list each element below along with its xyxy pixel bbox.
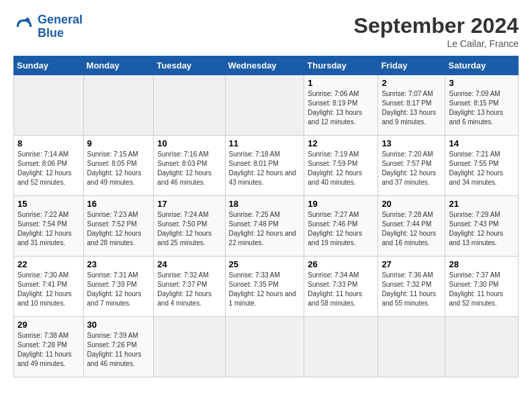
table-row: 11 Sunrise: 7:18 AM Sunset: 8:01 PM Dayl… xyxy=(225,136,304,196)
table-row: 17 Sunrise: 7:24 AM Sunset: 7:50 PM Dayl… xyxy=(154,196,225,257)
table-row xyxy=(225,317,304,377)
table-row: 23 Sunrise: 7:31 AM Sunset: 7:39 PM Dayl… xyxy=(83,257,154,317)
table-row: 21 Sunrise: 7:29 AM Sunset: 7:43 PM Dayl… xyxy=(445,196,519,257)
table-row xyxy=(225,75,304,136)
table-row: 20 Sunrise: 7:28 AM Sunset: 7:44 PM Dayl… xyxy=(378,196,445,257)
table-row xyxy=(154,75,225,136)
col-friday: Friday xyxy=(378,56,445,75)
col-sunday: Sunday xyxy=(14,56,84,75)
col-thursday: Thursday xyxy=(304,56,378,75)
table-row: 3 Sunrise: 7:09 AM Sunset: 8:15 PM Dayli… xyxy=(445,75,519,136)
table-row: 26 Sunrise: 7:34 AM Sunset: 7:33 PM Dayl… xyxy=(304,257,378,317)
table-row: 22 Sunrise: 7:30 AM Sunset: 7:41 PM Dayl… xyxy=(14,257,84,317)
table-row: 25 Sunrise: 7:33 AM Sunset: 7:35 PM Dayl… xyxy=(225,257,304,317)
table-row: 14 Sunrise: 7:21 AM Sunset: 7:55 PM Dayl… xyxy=(445,136,519,196)
table-row: 8 Sunrise: 7:14 AM Sunset: 8:06 PM Dayli… xyxy=(14,136,84,196)
calendar-week-row: 8 Sunrise: 7:14 AM Sunset: 8:06 PM Dayli… xyxy=(14,136,519,196)
calendar-week-row: 22 Sunrise: 7:30 AM Sunset: 7:41 PM Dayl… xyxy=(14,257,519,317)
table-row: 28 Sunrise: 7:37 AM Sunset: 7:30 PM Dayl… xyxy=(445,257,519,317)
table-row: 2 Sunrise: 7:07 AM Sunset: 8:17 PM Dayli… xyxy=(378,75,445,136)
calendar-week-row: 29 Sunrise: 7:38 AM Sunset: 7:28 PM Dayl… xyxy=(14,317,519,377)
col-tuesday: Tuesday xyxy=(154,56,225,75)
col-wednesday: Wednesday xyxy=(225,56,304,75)
table-row xyxy=(445,317,519,377)
table-row: 24 Sunrise: 7:32 AM Sunset: 7:37 PM Dayl… xyxy=(154,257,225,317)
logo-icon xyxy=(13,16,35,38)
table-row: 12 Sunrise: 7:19 AM Sunset: 7:59 PM Dayl… xyxy=(304,136,378,196)
table-row: 10 Sunrise: 7:16 AM Sunset: 8:03 PM Dayl… xyxy=(154,136,225,196)
table-row: 29 Sunrise: 7:38 AM Sunset: 7:28 PM Dayl… xyxy=(14,317,84,377)
title-block: September 2024 Le Cailar, France xyxy=(354,13,519,49)
table-row xyxy=(154,317,225,377)
page-header: General Blue September 2024 Le Cailar, F… xyxy=(13,13,519,49)
table-row: 1 Sunrise: 7:06 AM Sunset: 8:19 PM Dayli… xyxy=(304,75,378,136)
logo-line2: Blue xyxy=(38,26,64,40)
month-title: September 2024 xyxy=(354,13,519,38)
table-row: 13 Sunrise: 7:20 AM Sunset: 7:57 PM Dayl… xyxy=(378,136,445,196)
table-row xyxy=(83,75,154,136)
table-row: 9 Sunrise: 7:15 AM Sunset: 8:05 PM Dayli… xyxy=(83,136,154,196)
table-row: 19 Sunrise: 7:27 AM Sunset: 7:46 PM Dayl… xyxy=(304,196,378,257)
table-row: 15 Sunrise: 7:22 AM Sunset: 7:54 PM Dayl… xyxy=(14,196,84,257)
calendar-header-row: Sunday Monday Tuesday Wednesday Thursday… xyxy=(14,56,519,75)
logo-text: General Blue xyxy=(38,13,83,40)
calendar-week-row: 1 Sunrise: 7:06 AM Sunset: 8:19 PM Dayli… xyxy=(14,75,519,136)
calendar-table: Sunday Monday Tuesday Wednesday Thursday… xyxy=(13,56,519,377)
table-row: 27 Sunrise: 7:36 AM Sunset: 7:32 PM Dayl… xyxy=(378,257,445,317)
table-row: 16 Sunrise: 7:23 AM Sunset: 7:52 PM Dayl… xyxy=(83,196,154,257)
table-row xyxy=(304,317,378,377)
col-monday: Monday xyxy=(83,56,154,75)
logo-line1: General xyxy=(38,13,83,26)
table-row xyxy=(378,317,445,377)
logo: General Blue xyxy=(13,13,83,40)
table-row xyxy=(14,75,84,136)
table-row: 18 Sunrise: 7:25 AM Sunset: 7:48 PM Dayl… xyxy=(225,196,304,257)
col-saturday: Saturday xyxy=(445,56,519,75)
location: Le Cailar, France xyxy=(354,38,519,49)
calendar-week-row: 15 Sunrise: 7:22 AM Sunset: 7:54 PM Dayl… xyxy=(14,196,519,257)
table-row: 30 Sunrise: 7:39 AM Sunset: 7:26 PM Dayl… xyxy=(83,317,154,377)
